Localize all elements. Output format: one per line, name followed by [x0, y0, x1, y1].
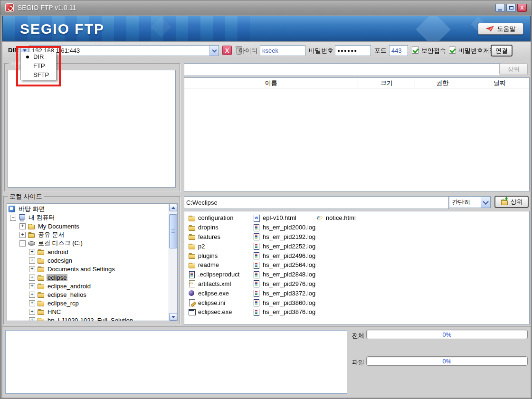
expand-toggle-icon[interactable]: +	[29, 283, 35, 289]
save-password-label: 비밀번호저장	[458, 47, 495, 55]
file-item[interactable]: hs_err_pid2976.log	[253, 279, 315, 289]
local-file-list[interactable]: configurationdropinsfeaturesp2pluginsrea…	[184, 211, 530, 324]
expand-toggle-icon[interactable]: +	[19, 223, 26, 229]
connect-button[interactable]: 연결	[491, 45, 513, 57]
file-item[interactable]: readme	[188, 260, 239, 270]
file-item[interactable]: hs_err_pid2848.log	[253, 270, 315, 279]
console-file-icon	[188, 308, 196, 316]
file-item[interactable]: hs_err_pid2000.log	[253, 223, 315, 232]
expand-toggle-icon[interactable]: +	[29, 275, 35, 281]
expand-toggle-icon[interactable]: +	[29, 292, 35, 298]
tree-item[interactable]: −로컬 디스크 (C:)	[7, 239, 169, 247]
file-item[interactable]: configuration	[188, 213, 239, 223]
save-password-checkbox[interactable]	[449, 47, 456, 54]
folder-icon	[37, 256, 45, 264]
transfer-log[interactable]	[5, 330, 347, 394]
tree-item[interactable]: 바탕 화면	[7, 205, 169, 213]
tree-item[interactable]: +공유 문서	[7, 230, 169, 239]
app-icon	[5, 3, 14, 12]
tree-item[interactable]: +codesign	[7, 256, 169, 265]
address-dropdown-button[interactable]	[209, 46, 218, 56]
tree-item[interactable]: +My Documents	[7, 222, 169, 230]
expand-toggle-icon[interactable]: +	[29, 257, 35, 264]
expand-toggle-icon[interactable]: +	[19, 232, 26, 238]
file-item[interactable]: notice.html	[316, 213, 356, 223]
tree-item[interactable]: +eclipse_helios	[7, 290, 169, 299]
tree-item-label: hp_LJ1020-1022_Full_Solution	[47, 317, 134, 321]
secure-connection-label: 보안접속	[421, 47, 446, 55]
tree-item[interactable]: +android	[7, 247, 169, 256]
server-site-list[interactable]	[8, 70, 176, 188]
column-header-이름[interactable]: 이름	[184, 78, 358, 88]
expand-toggle-icon[interactable]: +	[29, 266, 35, 272]
password-input[interactable]	[335, 45, 371, 56]
tree-scrollbar[interactable]	[169, 204, 177, 321]
column-header-크기[interactable]: 크기	[358, 78, 415, 88]
local-path-input[interactable]	[184, 196, 449, 209]
folder-icon	[37, 291, 45, 298]
secure-connection-checkbox[interactable]	[412, 47, 419, 54]
minimize-button[interactable]	[495, 4, 505, 12]
file-item[interactable]: p2	[188, 241, 239, 251]
file-item[interactable]: eclipsec.exe	[188, 307, 239, 317]
tree-item[interactable]: +HNC	[7, 307, 169, 316]
file-item[interactable]: dropins	[188, 223, 239, 232]
tree-item-label: 공유 문서	[37, 230, 66, 239]
server-file-list[interactable]: 이름크기권한날짜	[184, 77, 530, 191]
tree-item[interactable]: +eclipse	[7, 273, 169, 282]
expand-toggle-icon[interactable]: +	[29, 300, 35, 306]
file-name: .eclipseproduct	[198, 271, 239, 278]
protocol-label: DIR	[8, 47, 19, 54]
help-button[interactable]: 도움말	[478, 23, 523, 35]
file-item[interactable]: eclipse.exe	[188, 288, 239, 298]
maximize-button[interactable]	[506, 4, 516, 12]
expand-toggle-icon[interactable]: +	[29, 249, 35, 255]
id-input[interactable]	[260, 45, 305, 56]
tree-item-label: 바탕 화면	[18, 205, 46, 213]
collapse-toggle-icon[interactable]: −	[19, 240, 26, 247]
file-item[interactable]: artifacts.xml	[188, 279, 239, 289]
file-item[interactable]: hs_err_pid3876.log	[253, 307, 315, 317]
menu-item-dir[interactable]: DIR	[21, 52, 56, 61]
column-header-권한[interactable]: 권한	[415, 78, 470, 88]
clear-address-button[interactable]: X	[222, 46, 232, 55]
menu-item-ftp[interactable]: FTP	[21, 61, 56, 70]
folder-file-icon	[188, 261, 196, 269]
tree-item[interactable]: +Documents and Settings	[7, 265, 169, 273]
collapse-toggle-icon[interactable]: −	[10, 215, 16, 221]
tree-item-label: My Documents	[37, 223, 80, 230]
tree-item[interactable]: +hp_LJ1020-1022_Full_Solution	[7, 316, 169, 321]
view-mode-select[interactable]: 간단히	[449, 196, 491, 208]
title-bar[interactable]: SEGIO FTP v1.0.11 X	[0, 0, 532, 15]
file-item[interactable]: epl-v10.html	[253, 213, 315, 223]
password-label: 비밀번호	[309, 47, 333, 55]
scroll-up-button[interactable]	[169, 204, 177, 211]
close-button[interactable]: X	[517, 4, 527, 12]
local-up-button[interactable]: ⬆ 상위	[494, 196, 529, 208]
ini-file-icon	[188, 299, 196, 306]
tree-item[interactable]: −내 컴퓨터	[7, 213, 169, 222]
expand-toggle-icon[interactable]: +	[29, 309, 35, 315]
file-item[interactable]: features	[188, 232, 239, 242]
menu-item-sftp[interactable]: SFTP	[21, 70, 56, 79]
file-item[interactable]: hs_err_pid2564.log	[253, 260, 315, 270]
port-input[interactable]	[389, 45, 408, 56]
column-header-날짜[interactable]: 날짜	[470, 78, 529, 88]
file-item[interactable]: hs_err_pid3372.log	[253, 288, 315, 298]
server-up-button[interactable]: 상위	[499, 63, 528, 75]
tree-item[interactable]: +eclipse_rcp	[7, 299, 169, 307]
file-item[interactable]: .eclipseproduct	[188, 270, 239, 279]
file-item[interactable]: eclipse.ini	[188, 298, 239, 307]
file-item[interactable]: hs_err_pid2496.log	[253, 251, 315, 260]
file-item[interactable]: hs_err_pid2192.log	[253, 232, 315, 242]
tree-item[interactable]: +eclipse_android	[7, 282, 169, 290]
file-item[interactable]: plugins	[188, 251, 239, 260]
log-file-icon	[253, 224, 260, 231]
file-item[interactable]: hs_err_pid2252.log	[253, 241, 315, 251]
expand-toggle-icon[interactable]: +	[29, 317, 35, 321]
file-item[interactable]: hs_err_pid3860.log	[253, 298, 315, 307]
view-mode-dropdown-button[interactable]	[481, 197, 490, 208]
scroll-down-button[interactable]	[169, 313, 177, 321]
server-path-input[interactable]	[184, 63, 501, 76]
scroll-thumb[interactable]	[169, 214, 177, 248]
